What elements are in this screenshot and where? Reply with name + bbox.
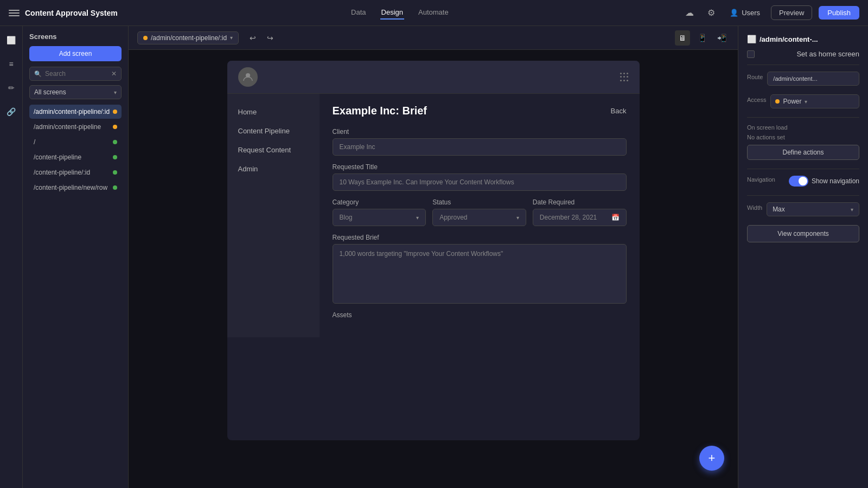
screen-item-content-pipeline-new-row[interactable]: /content-pipeline/new/row [29,181,122,195]
client-label: Client [333,128,627,136]
tab-automate[interactable]: Automate [417,6,450,20]
components-icon[interactable]: ≡ [4,56,19,72]
tablet-view-icon[interactable]: 📱 [694,30,710,46]
define-actions-button[interactable]: Define actions [747,145,859,160]
window-icon: ⬜ [747,35,756,43]
route-label: /admin/content-pipeline/:id [151,34,227,42]
width-label: Width [747,204,762,211]
cloud-icon[interactable]: ☁ [682,5,697,21]
date-required-field-group: Date Required December 28, 2021 📅 [533,198,627,226]
home-screen-checkbox[interactable] [747,50,755,58]
nav-dots [620,73,629,81]
requested-brief-textarea[interactable]: 1,000 words targeting "Improve Your Cont… [333,244,627,304]
category-field-group: Category Blog ▾ [333,198,426,226]
date-required-label: Date Required [533,198,627,206]
screens-icon[interactable]: ⬜ [4,33,19,48]
width-value: Max [773,206,785,213]
sidebar-nav-admin[interactable]: Admin [227,159,320,178]
redo-icon[interactable]: ↪ [263,30,278,46]
desktop-view-icon[interactable]: 🖥 [675,30,690,46]
topbar-right: ☁ ⚙ 👤 Users Preview Publish [682,5,859,21]
search-icon: 🔍 [34,70,42,78]
screen-item-root[interactable]: / [29,135,122,149]
settings-icon[interactable]: ⚙ [704,5,719,21]
sidebar-nav-request-content[interactable]: Request Content [227,140,320,159]
access-value: Power [783,98,801,105]
requested-title-label: Requested Title [333,163,627,171]
route-value: /admin/content... [767,72,859,86]
route-badge[interactable]: /admin/content-pipeline/:id ▾ [137,31,239,44]
hamburger-icon[interactable] [9,8,20,18]
requested-title-field-group: Requested Title 10 Ways Example Inc. Can… [333,163,627,191]
requested-title-input[interactable]: 10 Ways Example Inc. Can Improve Your Co… [333,174,627,191]
screen-path: /admin/content-pipeline [34,123,101,131]
form-title: Example Inc: Brief [333,105,427,117]
on-screen-load-label: On screen load [747,124,859,131]
divider-4 [747,195,859,196]
search-box: 🔍 ✕ [29,67,122,81]
status-select[interactable]: Approved ▾ [432,209,526,226]
access-label: Access [747,97,766,103]
users-label: Users [742,9,760,17]
sidebar-nav-content-pipeline[interactable]: Content Pipeline [227,121,320,140]
mobile-view-icon[interactable]: 📲 [714,30,729,46]
right-panel: ⬜ /admin/content-... Set as home screen … [738,26,868,488]
screen-frame: Home Content Pipeline Request Content Ad… [227,61,640,440]
view-controls: 🖥 📱 📲 [675,30,729,46]
width-row: Width Max ▾ [747,202,859,216]
screen-item-content-pipeline[interactable]: /content-pipeline [29,150,122,164]
topbar: Content Approval System Data Design Auto… [0,0,868,26]
status-value: Approved [439,214,467,221]
requested-brief-label: Requested Brief [333,234,627,241]
add-screen-button[interactable]: Add screen [29,46,122,61]
date-value: December 28, 2021 [540,214,597,221]
back-button[interactable]: Back [611,107,627,115]
navigation-toggle-row: Navigation Show navigation [747,176,859,187]
date-required-input[interactable]: December 28, 2021 📅 [533,209,627,226]
width-select[interactable]: Max ▾ [767,202,859,216]
chevron-down-icon: ▾ [416,215,419,221]
category-select[interactable]: Blog ▾ [333,209,426,226]
no-actions-label: No actions set [747,134,859,140]
filter-dropdown[interactable]: All screens ▾ [29,85,122,99]
client-field-group: Client Example Inc [333,128,627,156]
view-components-button[interactable]: View components [747,225,859,242]
users-button[interactable]: 👤 Users [725,7,764,19]
assets-field-group: Assets [333,311,627,319]
topbar-left: Content Approval System [9,8,118,18]
tab-design[interactable]: Design [380,6,404,20]
screen-item-content-pipeline-id[interactable]: /content-pipeline/:id [29,165,122,179]
chevron-down-icon: ▾ [230,35,233,41]
status-field-group: Status Approved ▾ [432,198,526,226]
access-section: Access Power ▾ [747,94,859,108]
access-dot [775,99,780,104]
chevron-down-icon: ▾ [114,89,117,95]
preview-button[interactable]: Preview [771,5,812,20]
client-input[interactable]: Example Inc [333,138,627,156]
access-select[interactable]: Power ▾ [770,94,859,108]
show-navigation-toggle[interactable] [789,176,808,187]
show-navigation-label: Show navigation [812,177,859,185]
clear-search-icon[interactable]: ✕ [111,70,117,78]
fab-button[interactable]: + [699,446,724,471]
filter-value: All screens [34,88,66,96]
theme-icon[interactable]: ✏ [4,80,19,95]
search-input[interactable] [45,70,108,78]
undo-redo: ↩ ↪ [245,30,278,46]
undo-icon[interactable]: ↩ [245,30,260,46]
tab-data[interactable]: Data [350,6,367,20]
sidebar-nav-home[interactable]: Home [227,102,320,121]
screen-dot-orange [113,125,117,129]
screen-item-admin-pipeline-id[interactable]: /admin/content-pipeline/:id [29,105,122,119]
category-label: Category [333,198,426,206]
assets-label: Assets [333,311,627,319]
chevron-down-icon: ▾ [516,215,519,221]
publish-button[interactable]: Publish [819,6,859,20]
form-row-category-status-date: Category Blog ▾ Status Approved [333,198,627,234]
user-icon: 👤 [730,9,738,17]
links-icon[interactable]: 🔗 [4,104,19,119]
screen-item-admin-pipeline[interactable]: /admin/content-pipeline [29,120,122,134]
screens-title: Screens [29,33,122,41]
screen-list: /admin/content-pipeline/:id /admin/conte… [29,105,122,481]
home-screen-label: Set as home screen [796,50,859,58]
